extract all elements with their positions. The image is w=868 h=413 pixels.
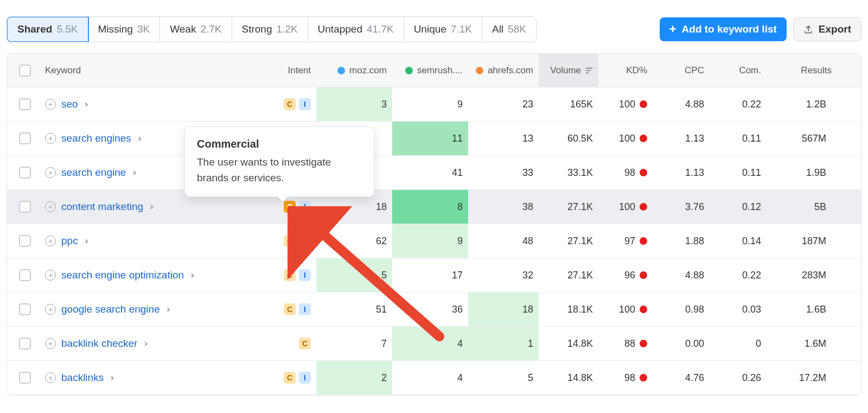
tab-label: All <box>492 23 503 35</box>
row-checkbox[interactable] <box>19 269 31 281</box>
table-row: +seo››CI3923165K1004.880.221.2B <box>7 87 861 122</box>
tab-missing[interactable]: Missing3K <box>88 17 161 42</box>
col-results[interactable]: Results <box>767 54 837 87</box>
tab-label: Strong <box>242 23 272 35</box>
col-keyword[interactable]: Keyword <box>40 54 267 87</box>
intent-commercial-badge[interactable]: C <box>299 338 311 350</box>
tab-count: 2.7K <box>200 23 221 35</box>
tab-all[interactable]: All58K <box>482 17 536 42</box>
col-intent[interactable]: Intent <box>267 54 316 87</box>
intent-commercial-badge[interactable]: C <box>284 372 296 384</box>
expand-icon[interactable]: + <box>45 133 56 144</box>
cell-semrush: 36 <box>392 293 468 326</box>
row-checkbox[interactable] <box>19 201 31 213</box>
intent-informational-badge[interactable]: I <box>299 269 311 281</box>
cell-volume: 27.1K <box>539 224 598 258</box>
tab-strong[interactable]: Strong1.2K <box>232 17 308 42</box>
tab-weak[interactable]: Weak2.7K <box>160 17 232 42</box>
intent-informational-badge[interactable]: I <box>299 303 311 315</box>
expand-icon[interactable]: + <box>45 201 56 212</box>
tab-count: 41.7K <box>367 23 394 35</box>
intent-informational-badge[interactable]: I <box>299 235 311 247</box>
tab-shared[interactable]: Shared5.5K <box>7 16 89 42</box>
expand-icon[interactable]: + <box>45 167 56 178</box>
row-checkbox[interactable] <box>19 132 31 144</box>
keyword-link[interactable]: seo <box>61 98 78 110</box>
intent-commercial-badge[interactable]: C <box>284 269 296 281</box>
keyword-link[interactable]: search engine optimization <box>61 269 184 281</box>
chevrons-icon: ›› <box>190 270 192 281</box>
expand-icon[interactable]: + <box>45 338 56 349</box>
cell-cpc: 1.13 <box>653 122 710 155</box>
cell-semrush: 4 <box>392 327 468 360</box>
expand-icon[interactable]: + <box>45 99 56 110</box>
export-button-label: Export <box>819 23 851 35</box>
row-checkbox[interactable] <box>19 98 31 110</box>
tab-label: Unique <box>414 23 446 35</box>
row-checkbox[interactable] <box>19 167 31 179</box>
intent-commercial-badge[interactable]: C <box>284 98 296 110</box>
cell-volume: 14.8K <box>539 361 598 395</box>
ahrefs-dot-icon <box>476 67 483 74</box>
cell-results: 1.9B <box>767 156 837 189</box>
col-moz[interactable]: moz.com <box>316 54 392 87</box>
cell-kd: 97 <box>598 224 653 258</box>
cell-volume: 27.1K <box>539 190 598 224</box>
row-checkbox[interactable] <box>19 372 31 384</box>
keyword-link[interactable]: search engines <box>61 132 131 144</box>
keyword-link[interactable]: search engine <box>61 167 126 179</box>
cell-cpc: 1.88 <box>653 224 710 258</box>
cell-com: 0.03 <box>710 293 767 326</box>
cell-results: 187M <box>767 224 837 258</box>
row-checkbox[interactable] <box>19 338 31 350</box>
cell-results: 1.2B <box>767 87 837 121</box>
cell-cpc: 0.98 <box>653 293 710 326</box>
col-kd[interactable]: KD% <box>598 54 653 87</box>
cell-com: 0.12 <box>710 190 767 224</box>
intent-informational-badge[interactable]: I <box>299 98 311 110</box>
tooltip-title: Commercial <box>197 138 362 150</box>
tab-count: 1.2K <box>276 23 297 35</box>
intent-informational-badge[interactable]: I <box>299 201 311 213</box>
table-header-row: Keyword Intent moz.com semrush.... ahref… <box>7 54 861 87</box>
select-all-checkbox[interactable] <box>19 65 31 77</box>
cell-cpc: 4.76 <box>653 361 710 395</box>
add-to-keyword-list-button[interactable]: + Add to keyword list <box>660 17 787 41</box>
tab-untapped[interactable]: Untapped41.7K <box>308 17 404 42</box>
col-volume[interactable]: Volume <box>539 54 598 87</box>
col-cpc[interactable]: CPC <box>653 54 710 87</box>
intent-commercial-badge[interactable]: C <box>284 303 296 315</box>
keyword-link[interactable]: google search engine <box>61 303 160 315</box>
kd-difficulty-dot-icon <box>640 100 647 108</box>
cell-semrush: 11 <box>392 122 468 155</box>
cell-com: 0.26 <box>710 361 767 395</box>
keyword-link[interactable]: ppc <box>61 235 78 247</box>
col-semrush[interactable]: semrush.... <box>392 54 468 87</box>
keyword-link[interactable]: backlinks <box>61 372 104 384</box>
expand-icon[interactable]: + <box>45 270 56 281</box>
col-ahrefs[interactable]: ahrefs.com <box>468 54 539 87</box>
kd-difficulty-dot-icon <box>640 203 647 211</box>
cell-moz: 5 <box>316 258 392 292</box>
chevrons-icon: ›› <box>132 167 134 178</box>
row-checkbox[interactable] <box>19 235 31 247</box>
intent-commercial-badge[interactable]: C <box>284 235 296 247</box>
kd-difficulty-dot-icon <box>640 135 647 142</box>
expand-icon[interactable]: + <box>45 372 56 383</box>
intent-commercial-badge[interactable]: C <box>284 201 296 213</box>
chevrons-icon: ›› <box>138 133 139 144</box>
cell-cpc: 1.13 <box>653 156 710 189</box>
tab-unique[interactable]: Unique7.1K <box>404 17 482 42</box>
keyword-link[interactable]: backlink checker <box>61 338 137 350</box>
intent-informational-badge[interactable]: I <box>299 372 311 384</box>
moz-dot-icon <box>337 67 345 74</box>
expand-icon[interactable]: + <box>45 304 56 315</box>
row-checkbox[interactable] <box>19 303 31 315</box>
expand-icon[interactable]: + <box>45 236 56 246</box>
cell-kd: 100 <box>598 190 653 224</box>
col-com[interactable]: Com. <box>710 54 767 87</box>
export-button[interactable]: Export <box>793 17 861 41</box>
keyword-link[interactable]: content marketing <box>61 201 143 213</box>
cell-semrush: 41 <box>392 156 468 189</box>
chevrons-icon: ›› <box>110 372 112 383</box>
